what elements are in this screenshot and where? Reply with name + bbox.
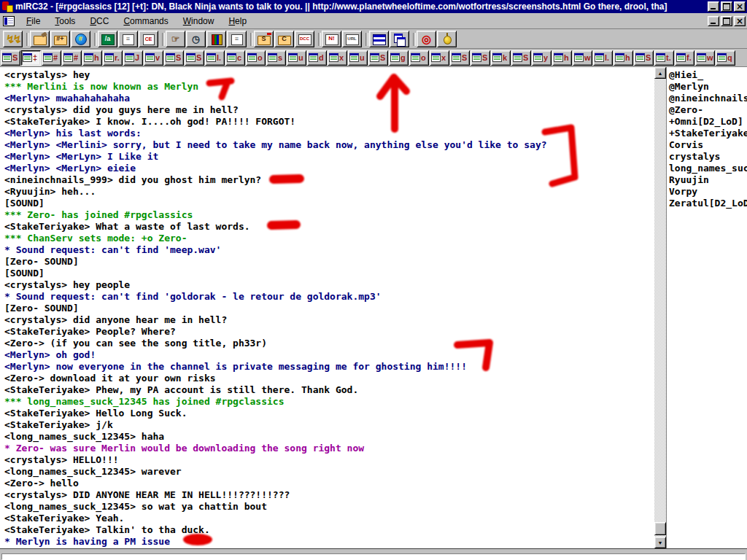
switchbar-window-button[interactable]: l.: [205, 50, 225, 66]
menu-item[interactable]: Help: [221, 15, 254, 28]
switchbar-window-button[interactable]: #: [42, 50, 61, 66]
send-icon[interactable]: S: [254, 31, 274, 47]
switchbar-window-button[interactable]: h: [552, 50, 572, 66]
close-button[interactable]: ×: [734, 1, 746, 12]
chat-message: *** Zero- has joined #rpgclassics: [4, 209, 654, 221]
switchbar-window-button[interactable]: g: [389, 50, 409, 66]
chat-icon[interactable]: C: [274, 31, 294, 47]
minimize-button[interactable]: [708, 1, 719, 12]
nicklist-item[interactable]: Zeratul[D2_LoD]: [669, 198, 747, 209]
switchbar-window-button[interactable]: u: [287, 50, 306, 66]
menu-item[interactable]: Window: [176, 15, 222, 28]
switchbar-window-button[interactable]: S: [185, 50, 204, 66]
child-close-button[interactable]: ×: [734, 16, 746, 26]
nicklist[interactable]: @Hiei_ @Merlyn @nineinchnails_999 @Zero-…: [666, 67, 747, 548]
away-icon[interactable]: [437, 31, 457, 47]
switchbar-window-button[interactable]: k: [491, 50, 511, 66]
nicklist-item[interactable]: Vorpy: [669, 186, 747, 198]
switchbar-window-button[interactable]: x: [430, 50, 449, 66]
switchbar-window-button[interactable]: J: [123, 50, 143, 66]
mini-window-icon: [635, 53, 645, 62]
switchbar-window-button[interactable]: w: [573, 50, 592, 66]
tile-icon[interactable]: [369, 31, 389, 47]
books-icon[interactable]: [206, 31, 226, 47]
notify-icon[interactable]: N!: [322, 31, 341, 47]
restore-button[interactable]: [721, 1, 732, 12]
switchbar-window-button[interactable]: S: [1, 50, 20, 66]
switchbar-window-button[interactable]: o: [409, 50, 429, 66]
switchbar-window-button[interactable]: S: [450, 50, 470, 66]
nicklist-item[interactable]: @nineinchnails_999: [669, 93, 747, 104]
menu-item[interactable]: DCC: [82, 15, 116, 28]
finger-icon[interactable]: ☞: [166, 31, 185, 47]
mini-window-icon: [513, 53, 522, 62]
chat-message: <StakeTeriyake> Hello Long Suck.: [4, 408, 654, 419]
menu-item[interactable]: Commands: [116, 15, 175, 28]
switchbar-window-button[interactable]: S: [511, 50, 531, 66]
url-list-icon[interactable]: URL: [342, 31, 362, 47]
switchbar-window-button[interactable]: h: [614, 50, 633, 66]
channel-window-icon[interactable]: [3, 16, 15, 26]
timer-icon[interactable]: ◷: [186, 31, 206, 47]
connect-icon[interactable]: ↯↯: [3, 31, 23, 47]
title-bar: mIRC32 - [#rpgclassics [12] [+t]: DN, Bl…: [0, 0, 747, 13]
switchbar-window-button[interactable]: x: [328, 50, 347, 66]
switchbar-window-button[interactable]: f.: [675, 50, 694, 66]
chat-buffer[interactable]: <crystalys> hey *** Merlini is now known…: [0, 67, 654, 548]
switchbar-window-button[interactable]: S: [368, 50, 388, 66]
help-icon[interactable]: ◎: [417, 31, 436, 47]
message-input[interactable]: [1, 553, 746, 560]
mini-window-icon: [533, 53, 543, 62]
aliases-icon[interactable]: /a: [98, 31, 117, 47]
scroll-down-button[interactable]: ▼: [654, 537, 666, 548]
switchbar-window-button[interactable]: o: [246, 50, 266, 66]
switchbar-window-button[interactable]: S: [471, 50, 490, 66]
scroll-up-button[interactable]: ▲: [654, 67, 666, 79]
switchbar-window-button[interactable]: c: [225, 50, 245, 66]
switchbar-window-button[interactable]: S: [164, 50, 184, 66]
scrollbar-thumb[interactable]: [654, 522, 666, 535]
chat-message: * Merlyn is having a PM issue: [4, 536, 654, 548]
switchbar-window-button[interactable]: v: [144, 50, 163, 66]
dcc-icon[interactable]: DCC: [295, 31, 314, 47]
cascade-icon[interactable]: [390, 31, 409, 47]
channels-folder-icon[interactable]: #+: [50, 31, 70, 47]
nicklist-item[interactable]: Corvis: [669, 139, 747, 151]
nicklist-item[interactable]: long_names_suck_12345: [669, 163, 747, 174]
mirc-app-icon[interactable]: [1, 1, 13, 12]
switchbar-window-button[interactable]: d: [307, 50, 327, 66]
mini-window-icon: [166, 53, 175, 62]
mini-window-icon: [431, 53, 441, 62]
options-icon[interactable]: [30, 31, 50, 47]
notepad-icon[interactable]: ≡: [227, 31, 247, 47]
menu-item[interactable]: File: [19, 15, 47, 28]
nicklist-item[interactable]: +StakeTeriyake: [669, 128, 747, 139]
nicklist-item[interactable]: crystalys: [669, 151, 747, 163]
remote-icon[interactable]: CE: [139, 31, 158, 47]
mini-window-icon: [656, 53, 665, 62]
switchbar-window-button[interactable]: w: [695, 50, 715, 66]
chat-scrollbar[interactable]: ▲ ▼: [654, 67, 666, 548]
switchbar-window-button[interactable]: t.: [654, 50, 674, 66]
switchbar-window-button[interactable]: q: [716, 50, 735, 66]
switchbar-window-button[interactable]: #: [62, 50, 82, 66]
switchbar-window-button[interactable]: h: [82, 50, 102, 66]
nicklist-item[interactable]: Ryuujin: [669, 174, 747, 186]
switchbar-window-button[interactable]: s: [266, 50, 286, 66]
channel-list-icon[interactable]: #: [71, 31, 90, 47]
menu-item[interactable]: Tools: [47, 15, 82, 28]
switchbar-window-button[interactable]: r.: [103, 50, 123, 66]
switchbar-window-button[interactable]: ‡: [21, 50, 41, 66]
chat-message: <crystalys> HELLO!!!: [4, 454, 654, 466]
switchbar-window-button[interactable]: y: [532, 50, 551, 66]
child-minimize-button[interactable]: [708, 16, 719, 26]
nicklist-item[interactable]: @Merlyn: [669, 81, 747, 93]
nicklist-item[interactable]: @Zero-: [669, 104, 747, 116]
nicklist-item[interactable]: @Hiei_: [669, 69, 747, 81]
switchbar-window-button[interactable]: u: [348, 50, 368, 66]
popups-icon[interactable]: ≡: [118, 31, 138, 47]
switchbar-window-button[interactable]: S: [634, 50, 654, 66]
nicklist-item[interactable]: +Omni[D2_LoD]: [669, 116, 747, 128]
switchbar-window-button[interactable]: l.: [593, 50, 613, 66]
child-restore-button[interactable]: [721, 16, 732, 26]
